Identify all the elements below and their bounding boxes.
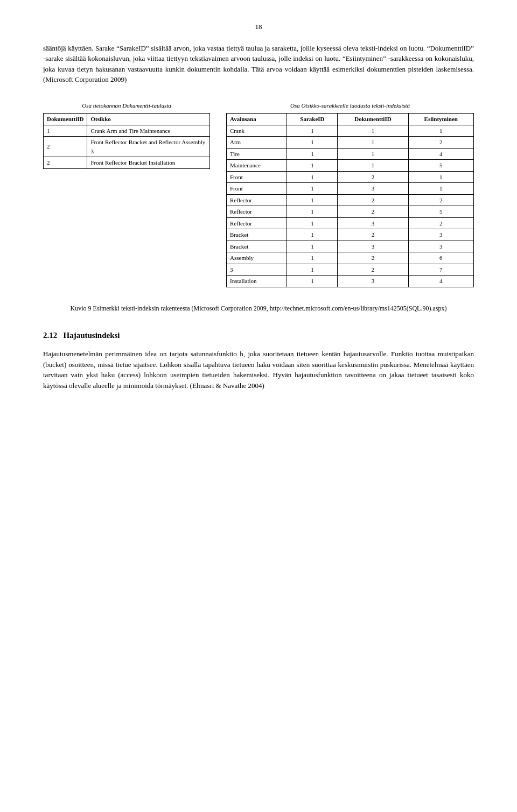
- table-row: Reflector125: [227, 206, 474, 218]
- table-row: Bracket123: [227, 229, 474, 241]
- figure-main-caption: Kuvio 9 Esimerkki teksti-indeksin rakent…: [43, 303, 474, 313]
- table-row: Bracket133: [227, 241, 474, 252]
- figure-right: Osa Otsikko-sarakkeelle luodusta teksti-…: [226, 101, 474, 287]
- section-title: Hajautusindeksi: [64, 331, 120, 340]
- table-row: Reflector122: [227, 194, 474, 206]
- page-number: 18: [43, 22, 474, 32]
- figure-caption-left: Osa tietokannan Dokumentti-taulusta: [43, 101, 210, 110]
- table-row: 2Front Reflector Bracket and Reflector A…: [44, 137, 210, 157]
- table-row: 3127: [227, 264, 474, 276]
- left-table-header-2: Otsikko: [87, 114, 210, 125]
- figure-left: Osa tietokannan Dokumentti-taulusta Doku…: [43, 101, 210, 169]
- figures-container: Osa tietokannan Dokumentti-taulusta Doku…: [43, 101, 474, 287]
- table-row: 2Front Reflector Bracket Installation: [44, 157, 210, 169]
- right-table-header-3: DokumenttiID: [338, 114, 408, 125]
- table-row: Tire114: [227, 148, 474, 160]
- table-row: Maintenance115: [227, 160, 474, 172]
- left-table: DokumenttiID Otsikko 1Crank Arm and Tire…: [43, 113, 210, 169]
- right-table-header-2: SarakeID: [287, 114, 338, 125]
- section-paragraph: Hajautusmenetelmän perimmäinen idea on t…: [43, 349, 474, 391]
- table-row: Front131: [227, 183, 474, 195]
- table-row: Reflector132: [227, 217, 474, 229]
- section-heading: 2.12 Hajautusindeksi: [43, 329, 474, 342]
- intro-paragraph: sääntöjä käyttäen. Sarake “SarakeID” sis…: [43, 43, 474, 85]
- table-row: Arm112: [227, 137, 474, 149]
- right-table: Avainsana SarakeID DokumenttiID Esiintym…: [226, 113, 474, 287]
- table-row: Assembly126: [227, 252, 474, 264]
- section-number: 2.12: [43, 331, 57, 340]
- left-table-header-1: DokumenttiID: [44, 114, 87, 125]
- table-row: Front121: [227, 171, 474, 183]
- table-row: Crank111: [227, 125, 474, 137]
- table-row: Installation134: [227, 276, 474, 287]
- right-table-header-4: Esiintyminen: [408, 114, 473, 125]
- right-table-header-1: Avainsana: [227, 114, 287, 125]
- table-row: 1Crank Arm and Tire Maintenance: [44, 125, 210, 137]
- figure-caption-right: Osa Otsikko-sarakkeelle luodusta teksti-…: [226, 101, 474, 110]
